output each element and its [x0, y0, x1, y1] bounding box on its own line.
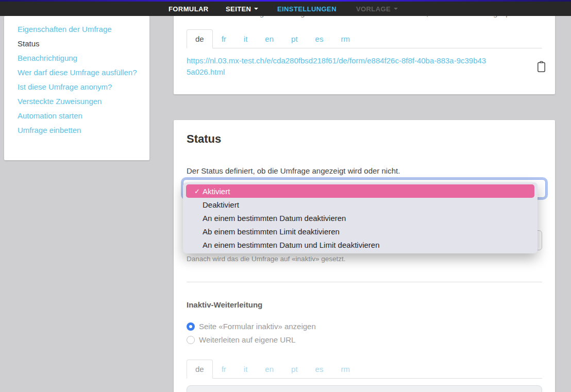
radio-option-seite-formular-inaktiv-anzeigen[interactable]: Seite «Formular inaktiv» anzeigen — [187, 322, 316, 331]
nav-item-label: VORLAGE — [356, 5, 391, 13]
radio-option-label: Weiterleiten auf eigene URL — [199, 335, 295, 344]
tab-lang-fr[interactable]: fr — [213, 360, 235, 379]
dropdown-option-ab-einem-bestimmten-limit-deaktivieren[interactable]: ✓Ab einem bestimmten Limit deaktivieren — [186, 225, 534, 238]
sidebar-item-eigenschaften-der-umfrage[interactable]: Eigenschaften der Umfrage — [18, 23, 139, 36]
section-divider — [187, 282, 542, 282]
tab-lang-rm[interactable]: rm — [332, 360, 359, 379]
nav-item-label: SEITEN — [226, 5, 251, 13]
tab-lang-pt[interactable]: pt — [282, 29, 307, 48]
settings-sidebar: Eigenschaften der UmfrageStatusBenachric… — [4, 16, 149, 160]
copy-url-button[interactable] — [534, 59, 548, 74]
tab-lang-it[interactable]: it — [235, 360, 257, 379]
nav-item-label: EINSTELLUNGEN — [277, 5, 337, 13]
tab-lang-it[interactable]: it — [235, 29, 257, 48]
top-navbar: FORMULARSEITENEINSTELLUNGENVORLAGE — [0, 0, 571, 16]
tab-lang-en[interactable]: en — [256, 29, 282, 48]
dropdown-option-deaktiviert[interactable]: ✓Deaktiviert — [186, 198, 534, 211]
tab-lang-rm[interactable]: rm — [332, 29, 359, 48]
language-tabbar-inactive: defritenptesrm — [187, 360, 542, 379]
nav-item-vorlage: VORLAGE — [356, 2, 398, 16]
radio-unselected-icon — [187, 336, 195, 344]
dropdown-option-aktiviert[interactable]: ✓Aktiviert — [186, 184, 534, 198]
chevron-down-icon — [394, 8, 398, 10]
sidebar-item-ist-diese-umfrage-anonym[interactable]: Ist diese Umfrage anonym? — [18, 81, 139, 93]
dropdown-option-label: An einem bestimmten Datum deaktivieren — [203, 214, 346, 223]
tab-lang-de[interactable]: de — [187, 29, 213, 48]
status-helper-text: Danach wird das die Umfrage auf «inaktiv… — [187, 255, 345, 263]
sidebar-item-status: Status — [18, 38, 139, 50]
sidebar-item-versteckte-zuweisungen[interactable]: Versteckte Zuweisungen — [18, 95, 139, 108]
sidebar-item-wer-darf-diese-umfrage-ausf-llen[interactable]: Wer darf diese Umfrage ausfüllen? — [18, 66, 139, 79]
status-card: Status Der Status definiert, ob die Umfr… — [174, 120, 555, 392]
status-description: Der Status definiert, ob die Umfrage ang… — [187, 166, 400, 175]
tab-lang-fr[interactable]: fr — [213, 29, 235, 48]
radio-option-weiterleiten-auf-eigene-url[interactable]: Weiterleiten auf eigene URL — [187, 335, 295, 344]
status-dropdown-menu: ✓Aktiviert✓Deaktiviert✓An einem bestimmt… — [183, 182, 538, 253]
checkmark-icon: ✓ — [194, 188, 203, 195]
radio-selected-icon — [187, 322, 195, 331]
dropdown-option-label: Ab einem bestimmten Limit deaktivieren — [203, 227, 340, 236]
dropdown-option-an-einem-bestimmten-datum-und-limit-deaktivieren[interactable]: ✓An einem bestimmten Datum und Limit dea… — [186, 238, 534, 251]
nav-item-einstellungen[interactable]: EINSTELLUNGEN — [277, 2, 337, 16]
inactive-page-textarea[interactable] — [187, 385, 542, 392]
nav-item-seiten[interactable]: SEITEN — [226, 2, 258, 16]
tab-lang-en[interactable]: en — [256, 360, 282, 379]
sidebar-item-umfrage-einbetten[interactable]: Umfrage einbetten — [18, 124, 139, 137]
dropdown-option-label: An einem bestimmten Datum und Limit deak… — [203, 241, 380, 249]
tab-lang-es[interactable]: es — [307, 29, 332, 48]
status-card-title: Status — [187, 132, 221, 146]
tab-lang-es[interactable]: es — [307, 360, 332, 379]
tab-lang-pt[interactable]: pt — [282, 360, 307, 379]
form-url-link[interactable]: https://nl.03.mx-test.ch/e/cda280fbsd218… — [187, 55, 486, 78]
tab-lang-de[interactable]: de — [187, 360, 213, 379]
nav-item-label: FORMULAR — [169, 5, 209, 13]
clipboard-icon — [537, 61, 546, 73]
sidebar-item-benachrichtigung[interactable]: Benachrichtigung — [18, 52, 139, 64]
inactive-redirect-label: Inaktiv-Weiterleitung — [187, 300, 262, 309]
chevron-down-icon — [254, 8, 258, 10]
nav-item-formular[interactable]: FORMULAR — [169, 2, 209, 16]
dropdown-option-label: Deaktiviert — [203, 200, 239, 209]
page: Eigenschaften der UmfrageStatusBenachric… — [0, 0, 571, 392]
language-tabbar: defritenptesrm — [187, 29, 542, 48]
dropdown-option-an-einem-bestimmten-datum-deaktivieren[interactable]: ✓An einem bestimmten Datum deaktivieren — [186, 211, 534, 225]
sidebar-item-automation-starten[interactable]: Automation starten — [18, 110, 139, 122]
dropdown-option-label: Aktiviert — [203, 187, 230, 196]
radio-option-label: Seite «Formular inaktiv» anzeigen — [199, 322, 316, 331]
